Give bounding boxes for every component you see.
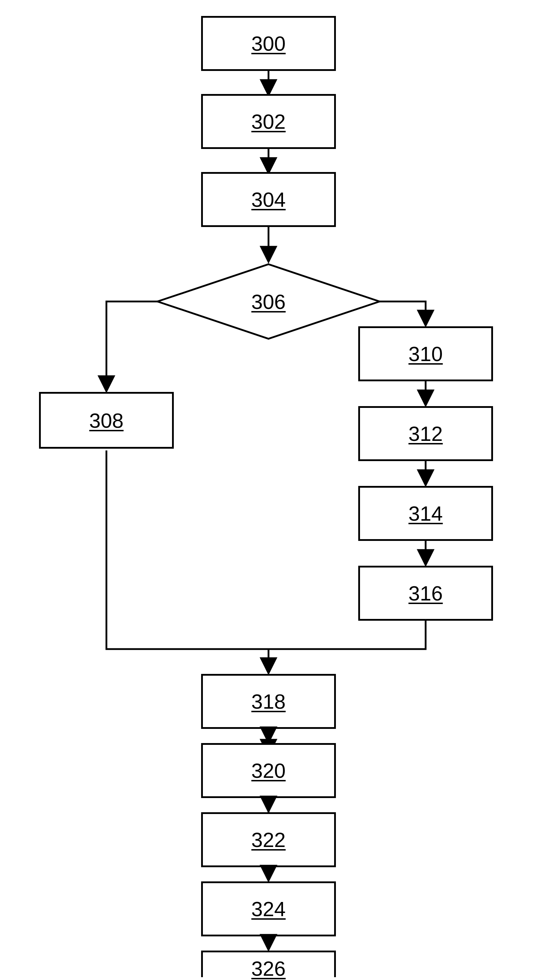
node-324: 324 (201, 881, 336, 936)
node-308: 308 (39, 392, 174, 449)
node-306-label: 306 (251, 290, 286, 313)
node-320-label: 320 (251, 759, 286, 783)
node-306: 306 (233, 286, 304, 317)
node-302: 302 (201, 94, 336, 149)
node-300: 300 (201, 16, 336, 71)
node-302-label: 302 (251, 110, 286, 134)
node-310-label: 310 (408, 342, 443, 366)
node-312: 312 (358, 406, 493, 461)
flowchart-canvas: 300 302 304 306 308 310 312 314 316 318 … (0, 0, 537, 980)
node-316: 316 (358, 566, 493, 621)
node-314-label: 314 (408, 501, 443, 525)
node-326: 326 (201, 951, 336, 977)
node-308-label: 308 (89, 409, 124, 432)
node-316-label: 316 (408, 581, 443, 605)
node-314: 314 (358, 486, 493, 541)
node-300-label: 300 (251, 32, 286, 55)
node-322-label: 322 (251, 828, 286, 852)
node-320: 320 (201, 743, 336, 798)
node-312-label: 312 (408, 422, 443, 445)
node-318-label: 318 (251, 689, 286, 713)
node-304-label: 304 (251, 188, 286, 212)
node-318: 318 (201, 674, 336, 729)
node-322: 322 (201, 812, 336, 867)
node-310: 310 (358, 326, 493, 381)
node-326-label: 326 (251, 956, 286, 980)
node-324-label: 324 (251, 897, 286, 921)
node-304: 304 (201, 172, 336, 227)
